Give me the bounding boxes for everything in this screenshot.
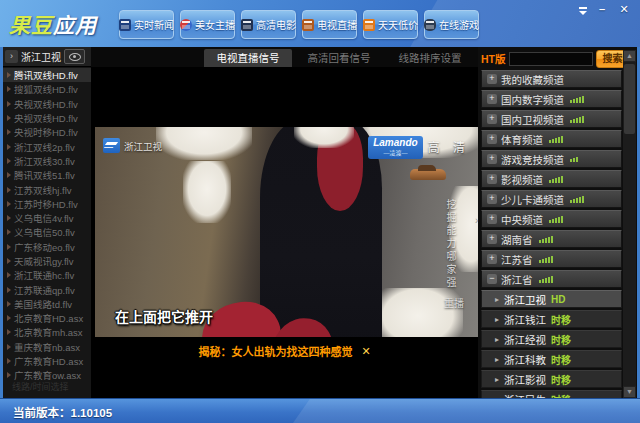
source-list-item[interactable]: 广东教育HD.asx	[3, 354, 91, 368]
signal-bar	[582, 196, 584, 203]
source-list-item[interactable]: 浙江双线2p.flv	[3, 139, 91, 153]
source-list-item[interactable]: 央视双线HD.flv	[3, 97, 91, 111]
source-list-item[interactable]: 江苏时移HD.flv	[3, 197, 91, 211]
signal-bar	[582, 96, 584, 103]
bullet-icon	[7, 272, 11, 278]
video-decoration	[183, 161, 231, 223]
source-list-item[interactable]: 腾讯双线51.flv	[3, 168, 91, 182]
source-list-item[interactable]: 江苏联通qp.flv	[3, 282, 91, 296]
subchannel-row[interactable]: ▸浙江影视时移	[481, 370, 622, 388]
expand-icon[interactable]: +	[487, 114, 497, 124]
scroll-down-icon[interactable]: ▼	[623, 386, 636, 398]
subchannel-tag: 时移	[551, 372, 571, 387]
bullet-icon	[7, 287, 11, 293]
tab-线路排序设置[interactable]: 线路排序设置	[386, 49, 474, 67]
source-list-item[interactable]: 重庆教育nb.asx	[3, 340, 91, 354]
app-logo: 果豆应用	[9, 9, 97, 39]
category-row[interactable]: −浙江省	[481, 270, 622, 288]
player-stage[interactable]: 浙江卫视 Lamando —凌渡— 高 清 挖掘能力哪家强 重播 在上面把它推开…	[91, 67, 478, 398]
expand-icon[interactable]: +	[487, 134, 497, 144]
nav-price-button[interactable]: 天天低价	[363, 10, 418, 39]
scrollbar-thumb[interactable]	[624, 64, 635, 134]
source-list-item[interactable]: 江苏双线hj.flv	[3, 182, 91, 196]
signal-bar	[542, 239, 544, 243]
source-list-item[interactable]: 腾讯双线HD.flv	[3, 68, 91, 82]
category-row[interactable]: +江苏省	[481, 250, 622, 268]
category-row[interactable]: +湖南省	[481, 230, 622, 248]
subchannel-row[interactable]: ▸浙江卫视HD	[481, 290, 622, 308]
game-icon	[424, 19, 436, 31]
source-list-item[interactable]: 美国线路td.flv	[3, 297, 91, 311]
minimize-icon[interactable]: –	[594, 3, 610, 17]
signal-bar	[570, 100, 572, 103]
ticker-close-icon[interactable]: ✕	[361, 346, 370, 357]
arrow-right-icon: ▸	[495, 315, 499, 324]
video-decoration	[156, 127, 252, 160]
tab-电视直播信号[interactable]: 电视直播信号	[204, 49, 292, 67]
category-row[interactable]: +国内卫视频道	[481, 110, 622, 128]
nav-tv-button[interactable]: 电视直播	[302, 10, 357, 39]
category-row[interactable]: +体育频道	[481, 130, 622, 148]
signal-bar	[551, 276, 553, 283]
source-list-item[interactable]: 天威视讯gy.flv	[3, 254, 91, 268]
ticker-text[interactable]: 揭秘：女人出轨为找这四种感觉	[198, 343, 352, 359]
subchannel-row[interactable]: ▸浙江钱江时移	[481, 310, 622, 328]
source-list-item[interactable]: 央视时移HD.flv	[3, 125, 91, 139]
expand-icon[interactable]: +	[487, 214, 497, 224]
signal-bars-icon	[570, 196, 584, 203]
eye-toggle-button[interactable]	[64, 49, 85, 64]
player-area: 电视直播信号高清回看信号线路排序设置 浙江卫视 La	[91, 47, 478, 398]
subchannel-row[interactable]: ▸浙江民生时移	[481, 390, 622, 398]
source-name: 浙江双线30.flv	[14, 154, 75, 168]
source-list-item[interactable]: 央视双线HD.flv	[3, 111, 91, 125]
app-logo-part2: 应用	[53, 14, 97, 37]
category-row[interactable]: +游戏竞技频道	[481, 150, 622, 168]
signal-bar	[576, 118, 578, 123]
expand-icon[interactable]: +	[487, 194, 497, 204]
collapse-icon[interactable]: −	[487, 274, 497, 284]
bullet-icon	[7, 329, 11, 335]
subchannel-row[interactable]: ▸浙江经视时移	[481, 330, 622, 348]
right-panel-collapse-handle[interactable]: ›	[475, 215, 478, 226]
category-row[interactable]: +少儿卡通频道	[481, 190, 622, 208]
category-scrollbar[interactable]: ▲ ▼	[623, 50, 636, 398]
tab-高清回看信号[interactable]: 高清回看信号	[295, 49, 383, 67]
source-list-item[interactable]: 义乌电信50.flv	[3, 225, 91, 239]
nav-news-button[interactable]: 实时新闻	[119, 10, 174, 39]
search-input[interactable]	[509, 52, 593, 66]
source-list-item[interactable]: 北京教育HD.asx	[3, 311, 91, 325]
source-list-item[interactable]: 北京教育mh.asx	[3, 325, 91, 339]
subchannel-name: 浙江钱江	[504, 312, 546, 327]
collapse-left-panel-icon[interactable]: ›	[5, 50, 18, 63]
expand-icon[interactable]: +	[487, 74, 497, 84]
source-list-item[interactable]: 搜狐双线HD.flv	[3, 82, 91, 96]
source-name: 央视双线HD.flv	[14, 111, 78, 125]
category-row[interactable]: +国内数字频道	[481, 90, 622, 108]
bullet-icon	[7, 129, 11, 135]
nav-game-button[interactable]: 在线游戏	[424, 10, 479, 39]
signal-bar	[561, 136, 563, 143]
expand-icon[interactable]: +	[487, 174, 497, 184]
source-list-item[interactable]: 浙江联通hc.flv	[3, 268, 91, 282]
scroll-up-icon[interactable]: ▲	[623, 50, 636, 62]
category-row[interactable]: +我的收藏频道	[481, 70, 622, 88]
expand-icon[interactable]: +	[487, 94, 497, 104]
close-icon[interactable]: ✕	[616, 3, 632, 17]
anchor-icon	[180, 19, 192, 31]
category-row[interactable]: +中央频道	[481, 210, 622, 228]
expand-icon[interactable]: +	[487, 154, 497, 164]
nav-anchor-button[interactable]: 美女主播	[180, 10, 235, 39]
source-list-item[interactable]: 义乌电信4v.flv	[3, 211, 91, 225]
nav-movie-button[interactable]: 高清电影	[241, 10, 296, 39]
source-list-item[interactable]: 浙江双线30.flv	[3, 154, 91, 168]
expand-icon[interactable]: +	[487, 234, 497, 244]
source-name: 江苏双线hj.flv	[14, 183, 72, 197]
subchannel-row[interactable]: ▸浙江科教时移	[481, 350, 622, 368]
source-list-item[interactable]: 广东移动eo.flv	[3, 240, 91, 254]
category-row[interactable]: +影视频道	[481, 170, 622, 188]
subchannel-tag: 时移	[551, 332, 571, 347]
expand-icon[interactable]: +	[487, 254, 497, 264]
arrow-right-icon: ▸	[495, 375, 499, 384]
skin-menu-icon[interactable]	[578, 6, 588, 16]
signal-bar	[549, 140, 551, 143]
